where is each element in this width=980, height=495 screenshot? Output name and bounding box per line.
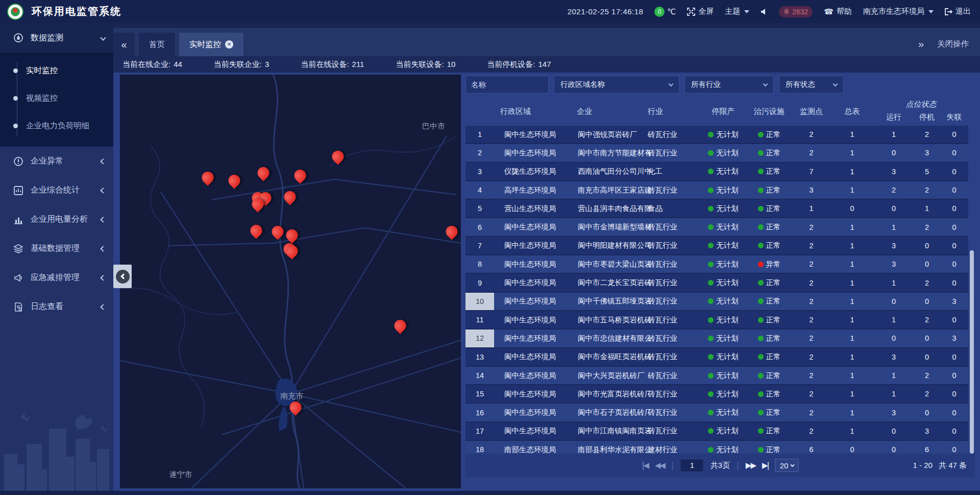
- status-dot-icon: [758, 187, 764, 193]
- sidebar-item-company-abnormal[interactable]: 企业异常: [0, 147, 113, 176]
- cell-meter: 1: [830, 334, 874, 342]
- status-dot-icon: [758, 132, 764, 137]
- table-row[interactable]: 15阆中生态环境局阆中市光富页岩机砖厂砖瓦行业无计划正常21120: [465, 385, 968, 404]
- status-filter-dropdown[interactable]: 所有状态: [779, 76, 844, 93]
- status-dot-icon: [758, 354, 764, 360]
- theme-dropdown[interactable]: 主题: [725, 7, 749, 16]
- cell-points: 2: [792, 279, 830, 287]
- prev-page-button[interactable]: ◀◀: [655, 461, 665, 470]
- status-dot-icon: [708, 373, 714, 379]
- fullscreen-button[interactable]: 全屏: [687, 7, 714, 16]
- table-scrollbar[interactable]: [970, 126, 974, 454]
- org-dropdown[interactable]: 南充市生态环境局: [863, 7, 934, 16]
- close-icon[interactable]: ✕: [225, 40, 233, 49]
- next-page-button[interactable]: ▶▶: [746, 461, 755, 470]
- sidebar-item-realtime-monitor[interactable]: 实时监控: [0, 57, 113, 84]
- table-row[interactable]: 9阆中生态环境局阆中市二龙长宝页岩砖砖瓦行业无计划正常21120: [465, 274, 968, 292]
- cell-facility-status: 正常: [746, 426, 792, 436]
- row-number: 11: [465, 311, 494, 328]
- phone-icon: ☎: [824, 7, 834, 16]
- tabs-scroll-right-button[interactable]: »: [918, 38, 924, 50]
- cell-facility-status: 正常: [746, 278, 792, 288]
- close-operations-button[interactable]: 关闭操作: [937, 39, 969, 50]
- table-panel: 行政区域名称 所有行业 所有状态 行政区域 企业 行业 停限产 治污设施: [465, 73, 975, 481]
- cell-stop-status: 无计划: [700, 315, 746, 325]
- sidebar-item-company-statistics[interactable]: 企业综合统计: [0, 176, 113, 205]
- sidebar-item-video-monitor[interactable]: 视频监控: [0, 84, 113, 112]
- cell-points: 2: [792, 353, 830, 361]
- table-row[interactable]: 3仪陇生态环境局西南油气田分公司川中化工无计划正常71350: [465, 163, 968, 181]
- status-dot-icon: [758, 447, 764, 453]
- cell-stop-status: 无计划: [700, 167, 746, 176]
- table-row[interactable]: 7阆中生态环境局阆中明阳建材有限公司砖瓦行业无计划正常21300: [465, 237, 968, 255]
- table-row[interactable]: 2阆中生态环境局阆中市南方节能建材有砖瓦行业无计划正常21030: [465, 144, 968, 162]
- first-page-button[interactable]: |◀: [642, 461, 648, 470]
- tab-strip: « 首页 实时监控 ✕ » 关闭操作: [113, 23, 980, 56]
- scrollbar-thumb[interactable]: [970, 250, 974, 454]
- table-row[interactable]: 14阆中生态环境局阆中大兴页岩机砖厂砖瓦行业无计划正常21120: [465, 367, 968, 385]
- page-number-input[interactable]: [680, 459, 704, 472]
- stat-value: 211: [352, 60, 364, 69]
- tabs-scroll-left-button[interactable]: «: [113, 33, 135, 56]
- table-row[interactable]: 1阆中生态环境局阆中强锐页岩砖厂砖瓦行业无计划正常21120: [465, 126, 968, 144]
- cell-industry: 砖瓦行业: [648, 426, 700, 436]
- cell-stop-status: 无计划: [700, 408, 746, 417]
- table-row[interactable]: 10阆中生态环境局阆中千佛镇五郎垭页岩砖瓦行业无计划正常21003: [465, 293, 968, 311]
- logout-button[interactable]: 退出: [945, 7, 971, 16]
- sound-button[interactable]: [761, 8, 768, 15]
- sidebar-item-base-data[interactable]: 基础数据管理: [0, 234, 113, 263]
- help-button[interactable]: ☎ 帮助: [824, 7, 852, 16]
- cell-region: 阆中生态环境局: [494, 278, 577, 288]
- temperature-unit: ℃: [667, 7, 676, 16]
- row-number: 2: [465, 144, 494, 161]
- tab-home[interactable]: 首页: [139, 33, 175, 56]
- sidebar-item-label: 企业用电量分析: [31, 214, 88, 225]
- cell-run: 0: [874, 445, 914, 454]
- chevron-down-icon: [100, 35, 106, 40]
- table-row[interactable]: 12阆中生态环境局阆中市忠信建材有限公砖瓦行业无计划正常21003: [465, 329, 968, 348]
- cell-meter: 1: [830, 168, 874, 176]
- table-row[interactable]: 13阆中生态环境局阆中市金福旺页岩机砖砖瓦行业无计划正常21300: [465, 348, 968, 367]
- last-page-button[interactable]: ▶|: [762, 461, 769, 470]
- cell-facility-status: 正常: [746, 167, 792, 176]
- record-range: 1 - 20: [913, 461, 933, 470]
- table-row[interactable]: 11阆中生态环境局阆中市五马桥页岩机砖砖瓦行业无计划正常21120: [465, 311, 968, 329]
- cell-points: 2: [792, 149, 830, 157]
- status-dot-icon: [708, 391, 714, 397]
- table-row[interactable]: 8阆中生态环境局阆中市枣碧大梁山页岩砖瓦行业无计划异常21300: [465, 255, 968, 274]
- sidebar-item-log-view[interactable]: 日志查看: [0, 292, 113, 321]
- map-panel[interactable]: 巴中市南充市遂宁市: [120, 75, 461, 488]
- layers-icon: [13, 244, 23, 254]
- sidebar-item-power-analysis[interactable]: 企业用电量分析: [0, 205, 113, 234]
- cell-halt: 2: [914, 130, 940, 138]
- table-row[interactable]: 6阆中生态环境局阆中市金博瑞新型墙材砖瓦行业无计划正常21120: [465, 218, 968, 237]
- app-title: 环保用电监管系统: [32, 5, 121, 18]
- map-collapse-button[interactable]: [113, 265, 132, 288]
- status-dot-icon: [758, 298, 764, 304]
- table-row[interactable]: 17阆中生态环境局阆中市江南镇阆南页岩砖瓦行业无计划正常21030: [465, 422, 968, 441]
- sidebar-submenu: 实时监控 视频监控 企业电力负荷明细: [0, 53, 113, 147]
- sidebar-group-data-monitor[interactable]: 数据监测: [0, 23, 113, 53]
- table-row[interactable]: 5营山生态环境局营山县润丰肉食品有限食品无计划正常10010: [465, 200, 968, 218]
- tab-realtime-monitor[interactable]: 实时监控 ✕: [179, 33, 243, 56]
- industry-filter-dropdown[interactable]: 所有行业: [684, 76, 774, 93]
- sidebar-item-emergency-reduction[interactable]: 应急减排管理: [0, 263, 113, 292]
- cell-lost: 0: [940, 168, 968, 176]
- cell-run: 1: [874, 223, 914, 231]
- notification-badge[interactable]: 2632: [779, 6, 813, 17]
- name-search-input[interactable]: [465, 76, 549, 93]
- region-filter-dropdown[interactable]: 行政区域名称: [554, 76, 679, 93]
- cell-lost: 0: [940, 223, 968, 231]
- cell-halt: 5: [914, 168, 940, 176]
- table-row[interactable]: 4高坪生态环境局南充市高坪区王家店建砖瓦行业无计划正常31220: [465, 181, 968, 200]
- sidebar-item-label: 基础数据管理: [31, 243, 80, 254]
- table-row[interactable]: 18南部生态环境局南部县利华水泥有限公建材行业无计划正常60060: [465, 441, 968, 454]
- sidebar-item-power-load-detail[interactable]: 企业电力负荷明细: [0, 112, 113, 139]
- cell-halt: 0: [914, 353, 940, 361]
- row-number: 16: [465, 404, 494, 421]
- table-body: 1阆中生态环境局阆中强锐页岩砖厂砖瓦行业无计划正常211202阆中生态环境局阆中…: [465, 126, 975, 454]
- stat-item: 当前停机设备:147: [487, 60, 551, 69]
- row-number: 13: [465, 348, 494, 366]
- page-size-select[interactable]: 20: [775, 459, 799, 472]
- table-row[interactable]: 16阆中生态环境局阆中市石子页岩机砖厂砖瓦行业无计划正常21300: [465, 404, 968, 422]
